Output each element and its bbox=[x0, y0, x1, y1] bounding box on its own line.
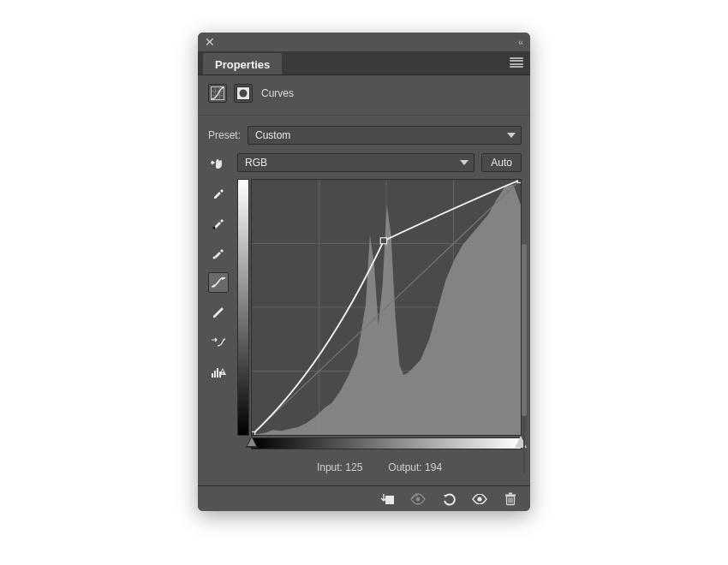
adjustment-name: Curves bbox=[261, 87, 294, 99]
on-image-adjust-icon[interactable] bbox=[208, 153, 227, 172]
channel-row: RGB Auto bbox=[208, 153, 522, 172]
svg-rect-12 bbox=[214, 371, 216, 378]
adjustment-row: Curves bbox=[198, 75, 530, 116]
input-gradient-strip[interactable] bbox=[251, 437, 522, 449]
preset-select[interactable]: Custom bbox=[248, 126, 522, 145]
layer-mask-icon[interactable] bbox=[234, 84, 253, 103]
clip-to-layer-icon[interactable] bbox=[378, 490, 397, 508]
scrollbar-thumb[interactable] bbox=[522, 244, 527, 416]
svg-rect-27 bbox=[385, 496, 394, 504]
eyedropper-black-icon[interactable] bbox=[208, 212, 229, 233]
curves-adjustment-icon[interactable] bbox=[208, 84, 227, 103]
close-icon[interactable]: ✕ bbox=[205, 36, 215, 48]
svg-point-8 bbox=[213, 257, 216, 259]
view-previous-icon bbox=[409, 490, 427, 508]
visibility-icon[interactable] bbox=[470, 490, 489, 508]
scrollbar[interactable] bbox=[522, 244, 527, 473]
reset-icon[interactable] bbox=[439, 490, 458, 508]
curves-chart[interactable] bbox=[251, 179, 522, 436]
panel-footer bbox=[198, 485, 530, 511]
svg-rect-16 bbox=[222, 373, 223, 374]
svg-rect-26 bbox=[517, 180, 521, 183]
svg-point-10 bbox=[222, 277, 224, 280]
preset-label: Preset: bbox=[208, 129, 241, 141]
channel-select[interactable]: RGB bbox=[237, 153, 474, 172]
black-point-slider[interactable] bbox=[246, 436, 258, 448]
histogram-warning-icon[interactable] bbox=[208, 362, 229, 383]
tab-properties[interactable]: Properties bbox=[203, 53, 282, 74]
preset-row: Preset: Custom bbox=[208, 126, 522, 145]
output-gradient-strip bbox=[237, 179, 249, 436]
svg-rect-34 bbox=[505, 494, 516, 496]
smooth-icon[interactable] bbox=[208, 332, 229, 353]
tab-row: Properties bbox=[198, 51, 530, 75]
svg-rect-25 bbox=[380, 238, 386, 244]
svg-point-29 bbox=[477, 497, 481, 501]
panel-body: Preset: Custom RGB Auto bbox=[198, 116, 530, 485]
svg-rect-15 bbox=[222, 371, 223, 373]
titlebar: ✕ « bbox=[198, 33, 530, 51]
collapse-icon[interactable]: « bbox=[518, 37, 523, 47]
svg-point-9 bbox=[213, 285, 216, 288]
svg-point-6 bbox=[240, 90, 248, 98]
svg-rect-13 bbox=[217, 368, 218, 378]
pencil-icon[interactable] bbox=[208, 302, 229, 323]
eyedropper-white-icon[interactable] bbox=[208, 242, 229, 263]
panel-menu-icon[interactable] bbox=[510, 56, 523, 68]
svg-rect-24 bbox=[252, 431, 255, 435]
output-readout: Output: 194 bbox=[388, 461, 442, 473]
properties-panel: ✕ « Properties Curves bbox=[198, 33, 530, 511]
io-readout: Input: 125 Output: 194 bbox=[237, 461, 522, 473]
trash-icon[interactable] bbox=[501, 490, 520, 508]
auto-button[interactable]: Auto bbox=[481, 153, 522, 172]
curve-point-icon[interactable] bbox=[208, 272, 229, 293]
svg-rect-11 bbox=[212, 373, 213, 378]
svg-point-28 bbox=[416, 497, 421, 501]
tool-column bbox=[208, 179, 229, 477]
svg-point-7 bbox=[213, 227, 216, 229]
svg-rect-35 bbox=[509, 492, 512, 494]
input-readout: Input: 125 bbox=[317, 461, 362, 473]
eyedropper-icon[interactable] bbox=[208, 182, 229, 203]
